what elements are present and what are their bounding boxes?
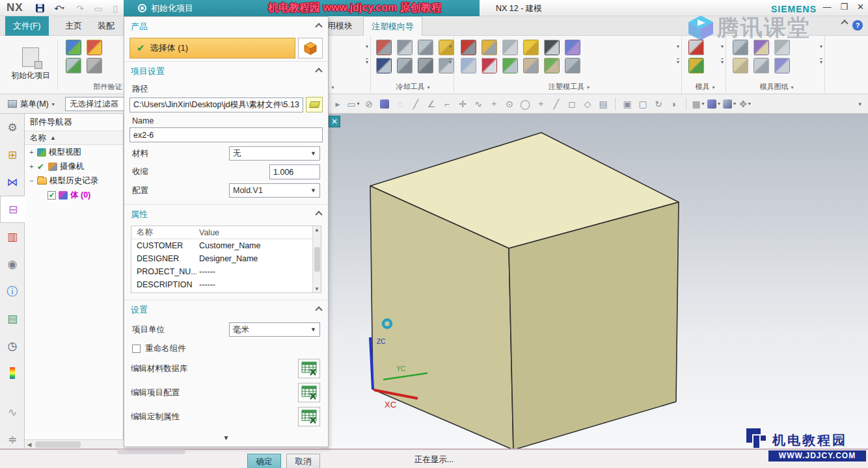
flatness-check-icon[interactable] [87, 58, 102, 73]
edit-button-1[interactable] [298, 383, 320, 402]
attribute-row[interactable]: DESIGNERDesigner_Name [131, 252, 312, 265]
tree-expand-icon[interactable]: + [29, 162, 34, 170]
tab-装配[interactable]: 装配 [90, 16, 122, 36]
tree-expand-icon[interactable]: − [29, 177, 34, 185]
scroll-down-icon[interactable]: ▼ [314, 286, 319, 292]
assembly-navigator-icon[interactable]: ⊞ [0, 141, 25, 168]
group-more-icons[interactable]: ▾▾ [366, 44, 368, 65]
project-settings-section-header[interactable]: 项目设置 [124, 62, 328, 80]
palette-icon[interactable] [0, 359, 25, 387]
group-more-icons[interactable]: ▾▾ [721, 44, 724, 65]
thickness-check-icon[interactable] [87, 40, 102, 55]
analyze-draft-icon[interactable] [66, 58, 81, 73]
section-pipe-icon[interactable] [774, 40, 790, 55]
cross-snap-icon[interactable]: ＋ [487, 96, 501, 111]
path-input[interactable] [129, 98, 303, 112]
save-icon[interactable] [34, 3, 46, 14]
tree-item-模型历史记录[interactable]: −模型历史记录 [25, 174, 123, 188]
part-navigator-icon[interactable]: ⊟ [0, 196, 25, 223]
bom-table-icon[interactable] [774, 58, 790, 73]
modify-patch-icon[interactable] [502, 40, 518, 55]
corner-tool-icon[interactable] [565, 58, 580, 73]
dialog-close-icon[interactable]: ✕ [329, 116, 340, 127]
sheet-snap-icon[interactable]: ▤ [596, 96, 610, 111]
squiggle-icon[interactable]: ∿ [0, 398, 25, 426]
channel-adjust-icon[interactable] [439, 58, 454, 73]
ok-button[interactable]: 确定 [247, 454, 281, 468]
diamond-snap-icon[interactable]: ◇ [580, 96, 595, 111]
copy-icon[interactable]: ▯ [109, 3, 121, 14]
browse-folder-button[interactable] [306, 97, 323, 112]
drawing-window-icon[interactable] [733, 40, 748, 55]
close-button[interactable]: ✕ [857, 2, 864, 12]
name-input[interactable] [129, 127, 323, 142]
attr-col-value[interactable]: Value [197, 228, 312, 237]
minimize-button[interactable]: — [822, 2, 831, 12]
mold-frame-icon[interactable] [688, 40, 704, 55]
help-icon[interactable]: ? [852, 20, 863, 31]
baffle-icon[interactable] [439, 40, 454, 55]
render-style-icon[interactable]: ▾ [722, 96, 737, 111]
snap-point-icon[interactable]: ◌ [393, 96, 407, 111]
rect-select-icon[interactable]: ▭▾ [346, 96, 360, 111]
line-snap-icon[interactable]: ╱ [409, 96, 423, 111]
attribute-row[interactable]: PROJECT_NU...------ [131, 265, 312, 278]
node-snap-icon[interactable]: ◻ [565, 96, 579, 111]
body-select-button[interactable] [298, 38, 323, 58]
channel-pattern-icon[interactable] [376, 58, 392, 73]
pan-view-icon[interactable]: ◗ [667, 96, 681, 111]
group-more-icons[interactable]: ▾▾ [677, 44, 679, 65]
extend-sheet-icon[interactable] [502, 58, 518, 73]
solid-patch-icon[interactable] [481, 40, 497, 55]
cut-icon[interactable]: ▭ [92, 3, 104, 14]
cooling-channel-icon[interactable] [376, 40, 392, 55]
trim-region-icon[interactable] [544, 58, 560, 73]
mold-stack-icon[interactable] [688, 58, 704, 73]
redo-icon[interactable]: ↷ [74, 3, 86, 14]
scroll-thumb[interactable] [35, 441, 81, 448]
drawing-sheet-icon[interactable] [733, 58, 748, 73]
attributes-section-header[interactable]: 属性 [124, 205, 328, 223]
channel-fitting-icon[interactable] [418, 40, 433, 55]
refresh-view-icon[interactable]: ↻ [651, 96, 666, 111]
attribute-row[interactable]: DESCRIPTION------ [131, 278, 312, 291]
material-dropdown[interactable]: 无▼ [229, 146, 320, 161]
scroll-thumb[interactable] [314, 247, 320, 272]
attr-col-name[interactable]: 名称 [131, 227, 197, 238]
tab-file[interactable]: 文件(F) [5, 16, 49, 36]
angle-snap-icon[interactable]: ∠ [424, 96, 439, 111]
select-pointer-icon[interactable]: ▸ [331, 96, 345, 111]
graphics-viewport[interactable]: ✕ ZC YC XC [329, 114, 868, 448]
ref-blend-icon[interactable] [544, 40, 560, 55]
tree-item-摄像机[interactable]: +✔摄像机 [25, 159, 123, 174]
toolbar-overflow-caret[interactable]: ▾ [858, 101, 861, 107]
split-solid-icon[interactable] [461, 58, 476, 73]
undo-icon[interactable]: ↶▾ [53, 3, 65, 14]
more-view-icon[interactable]: ✥▾ [738, 96, 752, 111]
model-cube[interactable]: ZC YC XC [329, 114, 868, 448]
spline-snap-icon[interactable]: ∿ [471, 96, 485, 111]
config-dropdown[interactable]: Mold.V1▼ [229, 183, 320, 198]
window-view-icon[interactable]: ▣ [620, 96, 634, 111]
edit-button-2[interactable] [298, 407, 320, 426]
plus-snap-icon[interactable]: ＋ [534, 96, 548, 111]
restore-button[interactable]: ❐ [840, 2, 848, 12]
fit-view-icon[interactable]: ▢ [636, 96, 650, 111]
cancel-button[interactable]: 取消 [286, 454, 320, 468]
dialog-collapse-button[interactable]: ▼ [124, 434, 328, 441]
curve-snap-icon[interactable]: ⌐ [440, 96, 454, 111]
shaded-view-icon[interactable]: ▾ [707, 96, 721, 111]
solid-cube-icon[interactable] [377, 96, 392, 111]
tree-item-体 (0)[interactable]: ✔体 (0) [25, 188, 123, 202]
initialize-project-button[interactable]: 初始化项目 [5, 38, 56, 90]
replace-solid-icon[interactable] [523, 58, 539, 73]
settings-section-header[interactable]: 设置 [124, 300, 328, 318]
attributes-table[interactable]: 名称ValueCUSTOMERCustomer_NameDESIGNERDesi… [131, 226, 312, 292]
product-section-header[interactable]: 产品 [124, 17, 328, 35]
shrink-input[interactable] [269, 164, 320, 179]
tree-expand-icon[interactable]: + [29, 148, 34, 156]
slash-snap-icon[interactable]: ╱ [549, 96, 563, 111]
circle-snap-icon[interactable]: ◯ [518, 96, 532, 111]
roles-gear-icon[interactable]: ⚙ [0, 114, 25, 141]
units-dropdown[interactable]: 毫米▼ [229, 322, 320, 337]
